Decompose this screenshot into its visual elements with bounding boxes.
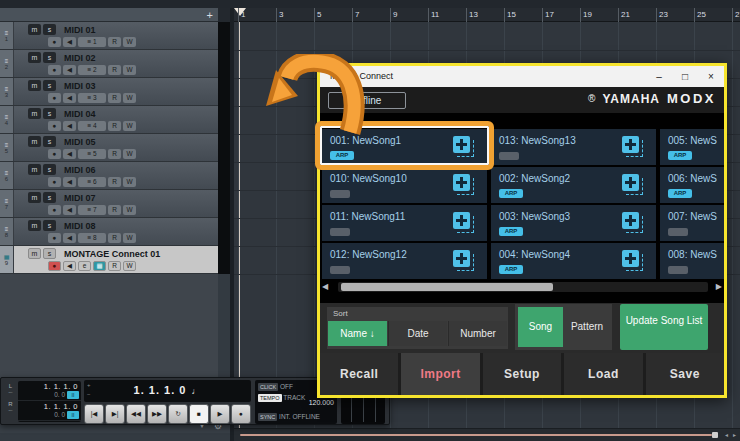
channel-selector[interactable]: ≡ 2: [78, 65, 106, 75]
close-icon[interactable]: ×: [698, 66, 724, 87]
monitor-button[interactable]: ◀: [63, 121, 76, 131]
move-icon[interactable]: [622, 250, 644, 272]
scroll-handle[interactable]: [341, 283, 553, 291]
move-icon[interactable]: [453, 212, 475, 234]
monitor-button[interactable]: ◀: [63, 177, 76, 187]
tempo-badge[interactable]: TEMPO: [258, 394, 282, 402]
scroll-right-icon[interactable]: ▶: [716, 282, 722, 292]
write-automation-button[interactable]: W: [123, 37, 136, 47]
locator-display[interactable]: 1. 1. 1. 0 0. 0 II 1. 1. 1. 0 0. 0 II: [18, 381, 81, 422]
goto-end-button[interactable]: ▶|: [105, 404, 125, 424]
solo-button[interactable]: s: [43, 108, 56, 119]
solo-button[interactable]: s: [43, 24, 56, 35]
record-enable-button[interactable]: ●: [48, 121, 61, 131]
write-automation-button[interactable]: W: [123, 205, 136, 215]
tab-recall[interactable]: Recall: [320, 353, 398, 395]
scroll-left-icon[interactable]: ◀: [322, 282, 328, 292]
solo-button[interactable]: s: [43, 80, 56, 91]
tab-save[interactable]: Save: [643, 353, 724, 395]
song-cell[interactable]: 010: NewSong10: [322, 167, 487, 203]
track-row[interactable]: ≡7msMIDI 07●◀≡ 7RW: [0, 190, 218, 218]
song-cell[interactable]: 012: NewSong12: [322, 243, 487, 279]
record-enable-button[interactable]: ●: [48, 149, 61, 159]
add-track-icon[interactable]: +: [207, 8, 213, 22]
horizontal-scrollbar[interactable]: ◂ ▸: [234, 428, 740, 441]
scrollbar-handle[interactable]: [712, 432, 718, 438]
monitor-button[interactable]: ◀: [63, 233, 76, 243]
track-row[interactable]: ≡1msMIDI 01●◀≡ 1RW: [0, 22, 218, 50]
click-badge[interactable]: CLICK: [258, 383, 278, 391]
write-automation-button[interactable]: W: [123, 121, 136, 131]
channel-selector[interactable]: ≡ 7: [78, 205, 106, 215]
write-automation-button[interactable]: W: [123, 149, 136, 159]
timeline-ruler[interactable]: 13579111315171921232527: [234, 8, 740, 22]
solo-button[interactable]: s: [43, 220, 56, 231]
write-automation-button[interactable]: W: [123, 233, 136, 243]
monitor-button[interactable]: ◀: [63, 65, 76, 75]
read-automation-button[interactable]: R: [108, 93, 121, 103]
solo-button[interactable]: s: [43, 52, 56, 63]
monitor-button[interactable]: ◀: [63, 37, 76, 47]
tab-load[interactable]: Load: [561, 353, 642, 395]
mute-button[interactable]: m: [28, 24, 41, 35]
zoom-out-icon[interactable]: ◂: [725, 431, 728, 438]
song-cell[interactable]: 004: NewSong4ARP: [491, 243, 656, 279]
track-row[interactable]: ≡3msMIDI 03●◀≡ 3RW: [0, 78, 218, 106]
play-button[interactable]: ▶: [210, 404, 230, 424]
record-enable-button[interactable]: ●: [48, 205, 61, 215]
song-cell[interactable]: 008: NewS: [660, 243, 727, 279]
write-automation-button[interactable]: W: [123, 93, 136, 103]
sync-badge[interactable]: SYNC: [258, 413, 277, 421]
rewind-button[interactable]: ◀◀: [126, 404, 146, 424]
channel-selector[interactable]: ≡ 8: [78, 233, 106, 243]
edit-channel-button[interactable]: e: [78, 261, 91, 271]
record-enable-button[interactable]: ●: [48, 93, 61, 103]
read-automation-button[interactable]: R: [108, 65, 121, 75]
move-icon[interactable]: [622, 136, 644, 158]
sort-button-name[interactable]: Name ↓: [328, 321, 387, 346]
song-cell[interactable]: 007: NewS: [660, 205, 727, 241]
mute-button[interactable]: m: [28, 248, 41, 259]
song-cell[interactable]: 002: NewSong2ARP: [491, 167, 656, 203]
monitor-button[interactable]: ◀: [63, 205, 76, 215]
monitor-button[interactable]: ◀: [63, 261, 76, 271]
mute-button[interactable]: m: [28, 164, 41, 175]
zoom-in-icon[interactable]: ▸: [733, 431, 736, 438]
record-button[interactable]: ●: [231, 404, 251, 424]
mute-button[interactable]: m: [28, 220, 41, 231]
mode-button-pattern[interactable]: Pattern: [564, 307, 610, 347]
track-row-selected[interactable]: ▦9msMONTAGE Connect 01●◀e▦RW: [0, 246, 218, 274]
write-automation-button[interactable]: W: [123, 65, 136, 75]
song-cell[interactable]: 006: NewSARP: [660, 167, 727, 203]
mute-button[interactable]: m: [28, 108, 41, 119]
read-automation-button[interactable]: R: [108, 233, 121, 243]
sort-button-number[interactable]: Number: [448, 321, 507, 346]
goto-start-button[interactable]: |◀: [84, 404, 104, 424]
write-automation-button[interactable]: W: [123, 261, 136, 271]
read-automation-button[interactable]: R: [108, 205, 121, 215]
scroll-track[interactable]: [338, 282, 708, 292]
read-automation-button[interactable]: R: [108, 121, 121, 131]
record-enable-button[interactable]: ●: [48, 233, 61, 243]
track-row[interactable]: ≡8msMIDI 08●◀≡ 8RW: [0, 218, 218, 246]
solo-button[interactable]: s: [43, 192, 56, 203]
record-enable-button[interactable]: ●: [48, 177, 61, 187]
monitor-button[interactable]: ◀: [63, 93, 76, 103]
song-cell[interactable]: 005: NewSARP: [660, 129, 727, 165]
move-icon[interactable]: [453, 250, 475, 272]
mode-button-song[interactable]: Song: [518, 307, 563, 347]
song-cell[interactable]: 003: NewSong3ARP: [491, 205, 656, 241]
punch-out-icon[interactable]: R: [4, 400, 17, 409]
solo-button[interactable]: s: [43, 136, 56, 147]
read-automation-button[interactable]: R: [108, 149, 121, 159]
track-row[interactable]: ≡6msMIDI 06●◀≡ 6RW: [0, 162, 218, 190]
open-instrument-button[interactable]: ▦: [93, 261, 106, 271]
time-display[interactable]: +− 1. 1. 1. 0♩: [84, 380, 251, 402]
song-cell[interactable]: 013: NewSong13: [491, 129, 656, 165]
track-vertical-scrollbar[interactable]: [218, 8, 230, 274]
mute-button[interactable]: m: [28, 52, 41, 63]
mute-button[interactable]: m: [28, 192, 41, 203]
track-row[interactable]: ≡2msMIDI 02●◀≡ 2RW: [0, 50, 218, 78]
channel-selector[interactable]: ≡ 1: [78, 37, 106, 47]
track-row[interactable]: ≡5msMIDI 05●◀≡ 5RW: [0, 134, 218, 162]
